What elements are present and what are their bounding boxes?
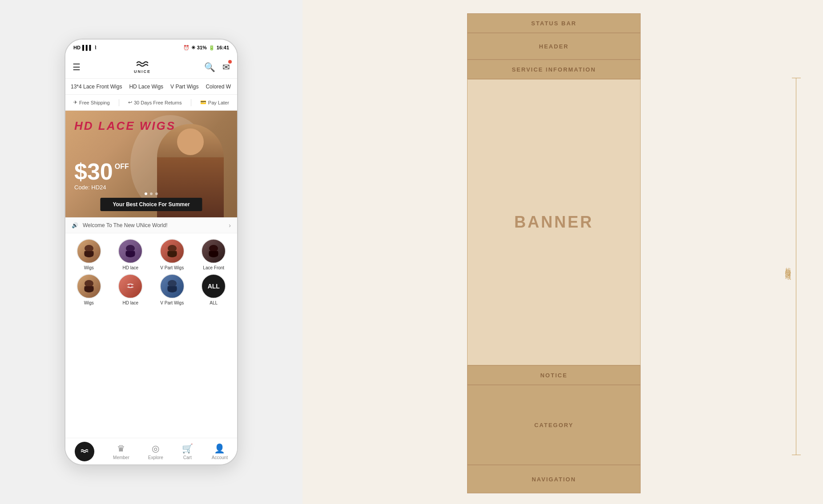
alarm-icon: ⏰	[183, 45, 190, 51]
wf-header: HEADER	[467, 33, 641, 60]
service-divider-2	[191, 99, 191, 106]
cat-circle-all: ALL	[201, 274, 226, 299]
cat-item-wigs[interactable]: Wigs	[73, 239, 105, 270]
shipping-icon: ✈	[73, 100, 77, 105]
nav-tab-3[interactable]: V Part Wigs	[170, 84, 198, 90]
app-logo: UNICE	[134, 60, 151, 74]
status-left: HD ▌▌▌ ⌇	[73, 45, 97, 51]
discount-row: $30 OFF	[74, 160, 129, 183]
cat-item-hd-lace-2[interactable]: HD lace	[114, 274, 146, 305]
discount-off-area: OFF	[115, 160, 129, 171]
cat-circle-hd-lace-2	[118, 274, 143, 299]
cat-item-v-part-2[interactable]: V Part Wigs	[156, 274, 188, 305]
cat-label-wigs-2: Wigs	[84, 300, 94, 305]
discount-off: OFF	[115, 163, 129, 171]
status-bar: HD ▌▌▌ ⌇ ⏰ ✳ 31% 🔋 16:41	[65, 40, 237, 56]
cat-circle-wigs-2	[77, 274, 101, 299]
cat-label-v-part: V Part Wigs	[160, 265, 184, 270]
category-row-2: Wigs HD lace	[69, 274, 234, 305]
notice-bar[interactable]: 🔊 Welcome To The New UNice World! ›	[65, 217, 237, 233]
account-label: Account	[212, 455, 228, 460]
cat-label-lace-front: Lace Front	[203, 265, 224, 270]
nav-member-item[interactable]: ♛ Member	[113, 443, 129, 460]
wf-category: CATEGORY	[467, 385, 641, 465]
svg-point-1	[126, 245, 135, 252]
cart-icon[interactable]: ✉	[222, 62, 230, 72]
cat-circle-v-part	[160, 239, 185, 264]
nav-home-button[interactable]	[75, 442, 94, 461]
svg-point-4	[85, 280, 93, 287]
returns-icon: ↩	[128, 100, 132, 105]
explore-label: Explore	[148, 455, 163, 460]
cat-circle-wigs	[77, 239, 101, 264]
banner-discount-area: $30 OFF Code: HD24	[74, 160, 129, 191]
tick-bottom	[792, 455, 801, 455]
battery-text: 31%	[197, 45, 207, 50]
nav-explore-item[interactable]: ◎ Explore	[148, 443, 163, 460]
phone-mockup: HD ▌▌▌ ⌇ ⏰ ✳ 31% 🔋 16:41 ☰	[65, 39, 238, 465]
search-icon[interactable]: 🔍	[204, 62, 215, 72]
signal-icon: ▌▌▌	[82, 45, 93, 50]
cat-circle-hd-lace	[118, 239, 143, 264]
cat-circle-v-part-2	[160, 274, 185, 299]
cat-item-lace-front[interactable]: Lace Front	[198, 239, 230, 270]
pay-label: Pay Later	[208, 100, 229, 105]
discount-code: Code: HD24	[74, 184, 129, 191]
service-pay: 💳 Pay Later	[200, 100, 229, 105]
svg-point-3	[209, 245, 218, 252]
shipping-label: Free Shipping	[79, 100, 110, 105]
cat-item-v-part[interactable]: V Part Wigs	[156, 239, 188, 270]
nav-account-item[interactable]: 👤 Account	[212, 443, 228, 460]
nav-tab-2[interactable]: HD Lace Wigs	[129, 84, 163, 90]
cat-item-all[interactable]: ALL ALL	[198, 274, 230, 305]
member-icon: ♛	[117, 443, 125, 454]
bottom-nav: ♛ Member ◎ Explore 🛒 Cart 👤 Account	[65, 438, 237, 464]
cat-label-wigs: Wigs	[84, 265, 94, 270]
cat-item-wigs-2[interactable]: Wigs	[73, 274, 105, 305]
nav-tab-4[interactable]: Colored W	[206, 84, 231, 90]
cat-circle-lace-front	[201, 239, 226, 264]
logo-wiggle-icon	[135, 60, 149, 69]
banner-dot-1	[145, 192, 147, 195]
cat-label-hd-lace-2: HD lace	[122, 300, 138, 305]
menu-icon[interactable]: ☰	[73, 62, 81, 72]
app-header: ☰ UNICE 🔍 ✉	[65, 56, 237, 79]
returns-label: 30 Days Free Returns	[134, 100, 182, 105]
account-icon: 👤	[214, 443, 225, 454]
nav-cart-item[interactable]: 🛒 Cart	[182, 443, 193, 460]
status-right: ⏰ ✳ 31% 🔋 16:41	[183, 45, 229, 51]
discount-amount: $30	[74, 160, 113, 183]
cat-label-hd-lace: HD lace	[122, 265, 138, 270]
banner-cta-button[interactable]: Your Best Choice For Summer	[100, 198, 202, 211]
explore-icon: ◎	[152, 443, 159, 454]
svg-point-0	[85, 245, 93, 252]
battery-icon: 🔋	[209, 45, 215, 51]
notice-speaker-icon: 🔊	[72, 222, 78, 228]
service-divider-1	[119, 99, 119, 106]
v-line	[796, 78, 796, 455]
wireframe-phone: STATUS BAR HEADER SERVICE INFORMATION BA…	[467, 13, 641, 493]
nav-tab-1[interactable]: 13*4 Lace Front Wigs	[71, 84, 122, 90]
service-returns: ↩ 30 Days Free Returns	[128, 100, 182, 105]
cat-item-hd-lace[interactable]: HD lace	[114, 239, 146, 270]
annotation-lines: 核心回回区域	[784, 78, 801, 455]
notice-text: Welcome To The New UNice World!	[83, 222, 168, 228]
wireframe-container: STATUS BAR HEADER SERVICE INFORMATION BA…	[303, 0, 823, 504]
banner-title-area: HD LACE WIGS	[74, 120, 176, 132]
time-display: 16:41	[217, 45, 229, 50]
phone-content[interactable]: HD LACE WIGS $30 OFF Code: HD24 Your Bes…	[65, 111, 237, 438]
service-shipping: ✈ Free Shipping	[73, 100, 110, 105]
home-icon-button[interactable]	[75, 442, 94, 461]
banner-title: HD LACE WIGS	[74, 120, 176, 132]
pay-icon: 💳	[200, 100, 206, 105]
cart-badge	[228, 60, 232, 64]
banner: HD LACE WIGS $30 OFF Code: HD24 Your Bes…	[65, 111, 237, 217]
wifi-icon: ⌇	[94, 45, 97, 51]
logo-text: UNICE	[134, 69, 151, 74]
cart-nav-icon: 🛒	[182, 443, 193, 454]
svg-point-2	[168, 245, 177, 252]
cat-label-v-part-2: V Part Wigs	[160, 300, 184, 305]
annotation-text: 核心回回区域	[784, 263, 792, 271]
wf-service-info: SERVICE INFORMATION	[467, 60, 641, 79]
tick-top	[792, 78, 801, 78]
